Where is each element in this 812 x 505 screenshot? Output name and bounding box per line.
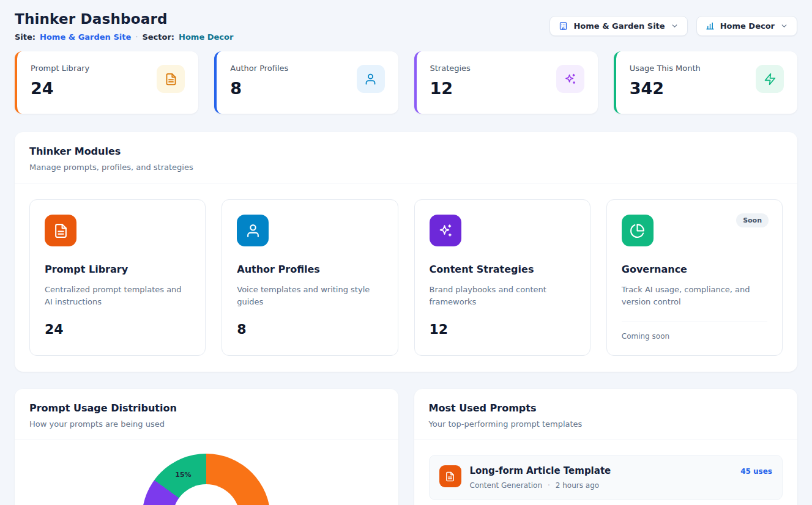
usage-card-title: Prompt Usage Distribution — [29, 402, 384, 414]
stat-card-usage: Usage This Month 342 — [614, 51, 797, 114]
prompt-usage-card: Prompt Usage Distribution How your promp… — [15, 389, 398, 505]
page-title: Thinker Dashboard — [15, 11, 233, 27]
meta-separator: · — [548, 481, 550, 490]
module-title: Content Strategies — [430, 264, 575, 275]
soon-badge: Soon — [736, 213, 769, 227]
sector-selector-dropdown[interactable]: Home Decor — [696, 16, 797, 36]
module-description: Voice templates and writing style guides — [237, 284, 382, 308]
module-description: Track AI usage, compliance, and version … — [622, 284, 767, 308]
module-count: 24 — [45, 322, 190, 337]
lightning-icon — [756, 65, 784, 93]
site-selector-value: Home & Garden Site — [573, 21, 665, 31]
dashboard-page: Thinker Dashboard Site: Home & Garden Si… — [0, 0, 812, 505]
module-title: Prompt Library — [45, 264, 190, 275]
person-icon — [357, 65, 385, 93]
donut-chart: 15% — [142, 454, 270, 505]
module-card-governance[interactable]: Soon Governance Track AI usage, complian… — [606, 199, 783, 356]
stat-value: 12 — [430, 79, 471, 98]
header-block: Thinker Dashboard Site: Home & Garden Si… — [15, 11, 233, 42]
usage-card-header: Prompt Usage Distribution How your promp… — [15, 389, 398, 440]
donut-hole — [173, 484, 240, 505]
chevron-down-icon — [671, 22, 679, 30]
donut-slice-label: 15% — [175, 471, 191, 479]
chevron-down-icon — [780, 22, 788, 30]
prompt-meta: Content Generation · 2 hours ago — [470, 481, 773, 490]
stat-value: 24 — [31, 79, 89, 98]
modules-panel-title: Thinker Modules — [29, 146, 783, 157]
most-used-prompts-card: Most Used Prompts Your top-performing pr… — [414, 389, 798, 505]
bar-chart-icon — [706, 21, 715, 31]
person-icon — [237, 215, 269, 246]
header-selectors: Home & Garden Site Home Decor — [549, 16, 797, 36]
modules-panel-subtitle: Manage prompts, profiles, and strategies — [29, 163, 783, 172]
stat-value: 342 — [630, 79, 701, 98]
prompt-list: Long-form Article Template 45 uses Conte… — [414, 440, 798, 505]
module-card-content-strategies[interactable]: Content Strategies Brand playbooks and c… — [414, 199, 590, 356]
module-count: 12 — [430, 322, 575, 337]
sparkle-star-icon — [556, 65, 584, 93]
usage-card-subtitle: How your prompts are being used — [29, 419, 384, 429]
stat-label: Strategies — [430, 64, 471, 73]
sector-selector-value: Home Decor — [720, 21, 775, 31]
sparkle-star-icon — [430, 215, 461, 246]
breadcrumb: Site: Home & Garden Site · Sector: Home … — [15, 32, 233, 42]
stats-row: Prompt Library 24 Author Profiles 8 Stra… — [15, 51, 797, 114]
stat-value: 8 — [230, 79, 288, 98]
list-item-long-form-article[interactable]: Long-form Article Template 45 uses Conte… — [429, 455, 783, 500]
document-icon — [439, 465, 461, 487]
document-icon — [45, 215, 76, 246]
most-used-subtitle: Your top-performing prompt templates — [429, 419, 783, 429]
module-card-author-profiles[interactable]: Author Profiles Voice templates and writ… — [222, 199, 398, 356]
module-description: Brand playbooks and content frameworks — [430, 284, 575, 308]
building-icon — [559, 21, 568, 31]
site-selector-dropdown[interactable]: Home & Garden Site — [549, 16, 687, 36]
module-count: 8 — [237, 322, 382, 337]
site-link[interactable]: Home & Garden Site — [40, 32, 131, 42]
chart-area: 15% — [15, 440, 398, 505]
modules-panel-header: Thinker Modules Manage prompts, profiles… — [15, 132, 797, 183]
module-description: Centralized prompt templates and AI inst… — [45, 284, 190, 308]
pie-chart-icon — [622, 215, 654, 246]
stat-label: Usage This Month — [630, 64, 701, 73]
most-used-title: Most Used Prompts — [429, 402, 783, 414]
prompt-title: Long-form Article Template — [470, 465, 611, 476]
module-card-prompt-library[interactable]: Prompt Library Centralized prompt templa… — [29, 199, 206, 356]
bottom-row: Prompt Usage Distribution How your promp… — [15, 389, 797, 505]
most-used-header: Most Used Prompts Your top-performing pr… — [414, 389, 798, 440]
thinker-modules-panel: Thinker Modules Manage prompts, profiles… — [15, 132, 797, 372]
module-title: Governance — [622, 264, 767, 275]
sector-link[interactable]: Home Decor — [179, 32, 233, 42]
stat-card-author-profiles: Author Profiles 8 — [214, 51, 398, 114]
breadcrumb-separator: · — [135, 32, 138, 42]
stat-label: Prompt Library — [31, 64, 89, 73]
stat-card-prompt-library: Prompt Library 24 — [15, 51, 198, 114]
stat-label: Author Profiles — [230, 64, 288, 73]
modules-grid: Prompt Library Centralized prompt templa… — [15, 183, 797, 372]
topbar: Thinker Dashboard Site: Home & Garden Si… — [15, 11, 797, 42]
prompt-time: 2 hours ago — [556, 481, 599, 490]
stat-card-strategies: Strategies 12 — [414, 51, 598, 114]
module-title: Author Profiles — [237, 264, 382, 275]
sector-label: Sector: — [142, 32, 174, 42]
site-label: Site: — [15, 32, 35, 42]
prompt-category: Content Generation — [470, 481, 542, 490]
document-icon — [157, 65, 185, 93]
coming-soon-text: Coming soon — [622, 322, 767, 341]
uses-badge: 45 uses — [740, 467, 772, 476]
